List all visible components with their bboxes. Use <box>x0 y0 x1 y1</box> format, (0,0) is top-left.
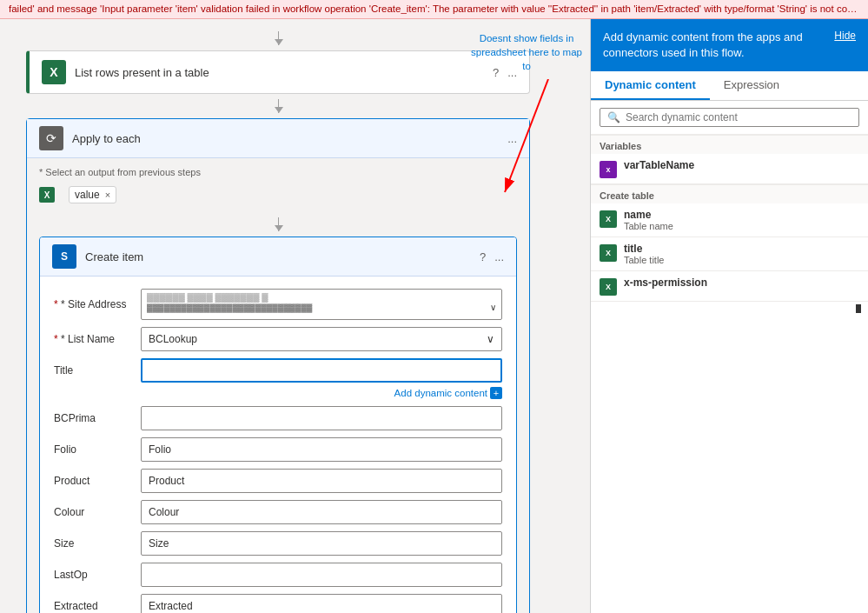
title-label: Title <box>54 364 141 376</box>
create-item-actions[interactable]: ? ... <box>480 250 504 263</box>
title-row: Title <box>40 355 516 386</box>
product-input[interactable] <box>141 469 502 493</box>
size-input[interactable] <box>141 531 502 556</box>
value-token-excel-icon: X <box>39 187 55 203</box>
site-address-input[interactable]: ▓▓▓▓▓▓ ▓▓▓▓ ▓▓▓▓▓▓▓ ▓ ▓▓▓▓▓▓▓▓▓▓▓▓▓▓▓▓▓▓… <box>141 289 502 320</box>
site-address-line2: ▓▓▓▓▓▓▓▓▓▓▓▓▓▓▓▓▓▓▓▓▓▓▓▓▓▓▓▓▓ <box>147 303 312 312</box>
list-name-label: * List Name <box>54 333 141 345</box>
site-address-label: * Site Address <box>54 298 141 310</box>
arrow-down-3 <box>278 217 279 231</box>
panel-item-x-ms-permission[interactable]: X x-ms-permission <box>591 271 868 302</box>
add-dynamic-icon: + <box>490 387 502 399</box>
product-row: Product <box>40 465 516 496</box>
colour-input[interactable] <box>141 500 502 524</box>
apply-each-body: * Select an output from previous steps X… <box>27 158 529 613</box>
panel-header: Add dynamic content from the apps and co… <box>591 19 868 71</box>
list-rows-actions[interactable]: ? ... <box>493 66 517 79</box>
last-op-input[interactable] <box>141 563 502 587</box>
tab-expression[interactable]: Expression <box>710 71 793 100</box>
list-rows-more-icon[interactable]: ... <box>507 66 517 79</box>
colour-label: Colour <box>54 506 141 518</box>
panel-hide-button[interactable]: Hide <box>834 30 856 42</box>
panel-item-name-text: name Table name <box>624 209 673 231</box>
panel-header-text: Add dynamic content from the apps and co… <box>603 30 827 61</box>
var-table-name-label: varTableName <box>624 159 694 171</box>
panel-item-title[interactable]: X title Table title <box>591 237 868 271</box>
list-name-select[interactable]: BCLookup ∨ <box>141 327 502 351</box>
extracted-input[interactable] <box>141 594 502 613</box>
search-icon: 🔍 <box>607 111 620 123</box>
canvas: X List rows present in a table ? ... ⟳ A… <box>0 19 556 613</box>
tab-dynamic-content[interactable]: Dynamic content <box>591 71 710 100</box>
title-input[interactable] <box>141 358 502 383</box>
folio-row: Folio <box>40 434 516 465</box>
value-token-label: value <box>75 189 100 201</box>
sharepoint-icon: S <box>52 244 76 269</box>
folio-label: Folio <box>54 443 141 456</box>
create-item-title: Create item <box>85 250 480 263</box>
apply-each-container: ⟳ Apply to each ... * Select an output f… <box>26 118 530 613</box>
add-dynamic-row: Add dynamic content + <box>40 386 516 403</box>
error-bar: failed' and message 'Input parameter 'it… <box>0 0 868 19</box>
arrow-down-2 <box>278 99 279 113</box>
cursor-indicator <box>856 304 861 313</box>
panel-item-title-text: title Table title <box>624 243 664 265</box>
panel-search-area: 🔍 <box>591 101 868 135</box>
apply-each-icon: ⟳ <box>39 126 63 150</box>
size-label: Size <box>54 537 141 550</box>
panel-item-x-ms-icon: X <box>600 278 617 296</box>
dynamic-content-panel: Add dynamic content from the apps and co… <box>590 19 868 613</box>
panel-item-x-ms-text: x-ms-permission <box>624 277 707 289</box>
select-output-label: * Select an output from previous steps <box>39 167 201 177</box>
arrow-2 <box>26 94 530 118</box>
panel-tabs: Dynamic content Expression <box>591 71 868 101</box>
token-row: * Select an output from previous steps <box>39 167 517 177</box>
panel-content: Variables x varTableName Create table X … <box>591 135 868 613</box>
site-address-line1: ▓▓▓▓▓▓ ▓▓▓▓ ▓▓▓▓▓▓▓ ▓ <box>147 291 496 303</box>
panel-item-title-icon: X <box>600 244 617 262</box>
var-table-name-text: varTableName <box>624 159 694 171</box>
last-op-label: LastOp <box>54 569 141 581</box>
arrow-3 <box>39 212 517 237</box>
search-input[interactable] <box>626 111 851 123</box>
panel-item-name-icon: X <box>600 210 617 228</box>
bc-prima-label: BCPrima <box>54 412 141 424</box>
size-row: Size <box>40 528 516 559</box>
extracted-label: Extracted <box>54 600 141 612</box>
site-address-row: * Site Address ▓▓▓▓▓▓ ▓▓▓▓ ▓▓▓▓▓▓▓ ▓ ▓▓▓… <box>40 285 516 323</box>
apply-each-header: ⟳ Apply to each ... <box>27 119 529 158</box>
create-item-card: S Create item ? ... * Site Address ▓▓▓▓▓… <box>39 237 517 613</box>
panel-item-x-ms-label: x-ms-permission <box>624 277 707 289</box>
apply-each-more-icon[interactable]: ... <box>507 132 517 145</box>
panel-item-title-desc: Table title <box>624 255 664 265</box>
list-name-chevron: ∨ <box>487 333 494 345</box>
value-token-remove[interactable]: × <box>105 190 110 200</box>
variables-section-header: Variables <box>591 135 868 154</box>
apply-each-title: Apply to each <box>72 132 507 145</box>
panel-item-name[interactable]: X name Table name <box>591 203 868 237</box>
site-address-chevron[interactable]: ∨ <box>490 303 496 312</box>
bc-prima-input[interactable] <box>141 406 502 430</box>
folio-input[interactable] <box>141 437 502 462</box>
list-rows-step-card: X List rows present in a table ? ... <box>26 50 530 94</box>
list-rows-help-icon[interactable]: ? <box>493 66 499 79</box>
add-dynamic-link[interactable]: Add dynamic content + <box>394 387 502 399</box>
create-item-help-icon[interactable]: ? <box>480 250 486 263</box>
create-item-more-icon[interactable]: ... <box>494 250 504 263</box>
product-label: Product <box>54 475 141 487</box>
apply-each-actions[interactable]: ... <box>507 132 517 145</box>
panel-item-name-desc: Table name <box>624 221 673 231</box>
list-name-value: BCLookup <box>149 333 197 345</box>
create-item-body: * Site Address ▓▓▓▓▓▓ ▓▓▓▓ ▓▓▓▓▓▓▓ ▓ ▓▓▓… <box>40 277 516 613</box>
var-table-name-item[interactable]: x varTableName <box>591 154 868 184</box>
colour-row: Colour <box>40 496 516 528</box>
arrow-down-1 <box>278 31 279 45</box>
search-box: 🔍 <box>600 108 859 127</box>
create-item-header: S Create item ? ... <box>40 237 516 277</box>
list-name-row: * List Name BCLookup ∨ <box>40 323 516 355</box>
add-dynamic-label: Add dynamic content <box>394 388 487 398</box>
value-token[interactable]: value × <box>69 186 116 203</box>
create-table-section-header: Create table <box>591 184 868 203</box>
var-table-name-icon: x <box>600 161 617 178</box>
panel-item-title-label: title <box>624 243 664 255</box>
